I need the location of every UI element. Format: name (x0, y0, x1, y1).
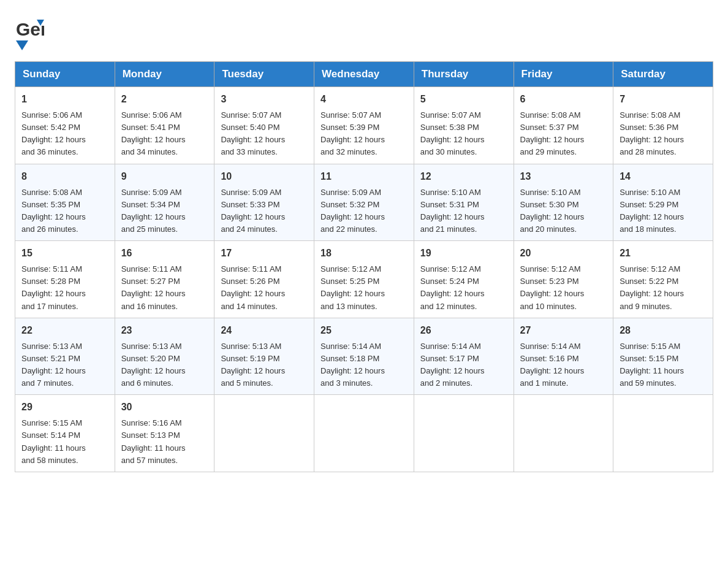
table-row: 18 Sunrise: 5:12 AM Sunset: 5:25 PM Dayl… (314, 241, 414, 318)
day-number: 2 (121, 92, 208, 107)
table-row: 10 Sunrise: 5:09 AM Sunset: 5:33 PM Dayl… (214, 164, 314, 241)
day-info: Sunrise: 5:15 AM Sunset: 5:15 PM Dayligh… (620, 340, 707, 390)
day-info: Sunrise: 5:08 AM Sunset: 5:35 PM Dayligh… (21, 186, 108, 236)
day-number: 29 (21, 400, 108, 415)
table-row: 14 Sunrise: 5:10 AM Sunset: 5:29 PM Dayl… (613, 164, 713, 241)
day-number: 16 (121, 246, 208, 261)
table-row: 21 Sunrise: 5:12 AM Sunset: 5:22 PM Dayl… (613, 241, 713, 318)
day-info: Sunrise: 5:08 AM Sunset: 5:37 PM Dayligh… (520, 109, 607, 159)
day-info: Sunrise: 5:11 AM Sunset: 5:28 PM Dayligh… (21, 263, 108, 313)
day-info: Sunrise: 5:16 AM Sunset: 5:13 PM Dayligh… (121, 417, 208, 467)
table-row: 9 Sunrise: 5:09 AM Sunset: 5:34 PM Dayli… (115, 164, 214, 241)
table-row: 23 Sunrise: 5:13 AM Sunset: 5:20 PM Dayl… (115, 318, 214, 395)
day-number: 26 (420, 323, 507, 338)
day-number: 6 (520, 92, 607, 107)
table-row: 5 Sunrise: 5:07 AM Sunset: 5:38 PM Dayli… (414, 87, 514, 164)
col-wednesday: Wednesday (314, 62, 414, 87)
day-info: Sunrise: 5:07 AM Sunset: 5:40 PM Dayligh… (221, 109, 308, 159)
day-info: Sunrise: 5:11 AM Sunset: 5:26 PM Dayligh… (221, 263, 308, 313)
col-sunday: Sunday (15, 62, 115, 87)
day-info: Sunrise: 5:07 AM Sunset: 5:38 PM Dayligh… (420, 109, 507, 159)
day-number: 19 (420, 246, 507, 261)
table-row: 3 Sunrise: 5:07 AM Sunset: 5:40 PM Dayli… (214, 87, 314, 164)
table-row: 19 Sunrise: 5:12 AM Sunset: 5:24 PM Dayl… (414, 241, 514, 318)
day-info: Sunrise: 5:08 AM Sunset: 5:36 PM Dayligh… (620, 109, 707, 159)
day-number: 30 (121, 400, 208, 415)
day-number: 10 (221, 169, 308, 184)
table-row: 24 Sunrise: 5:13 AM Sunset: 5:19 PM Dayl… (214, 318, 314, 395)
table-row: 2 Sunrise: 5:06 AM Sunset: 5:41 PM Dayli… (115, 87, 214, 164)
day-number: 15 (21, 246, 108, 261)
table-row: 27 Sunrise: 5:14 AM Sunset: 5:16 PM Dayl… (514, 318, 613, 395)
col-friday: Friday (514, 62, 613, 87)
day-number: 4 (320, 92, 408, 107)
table-row: 26 Sunrise: 5:14 AM Sunset: 5:17 PM Dayl… (414, 318, 514, 395)
table-row: 13 Sunrise: 5:10 AM Sunset: 5:30 PM Dayl… (514, 164, 613, 241)
day-info: Sunrise: 5:14 AM Sunset: 5:18 PM Dayligh… (320, 340, 408, 390)
day-number: 13 (520, 169, 607, 184)
day-number: 5 (420, 92, 507, 107)
day-number: 21 (620, 246, 707, 261)
col-monday: Monday (115, 62, 214, 87)
day-info: Sunrise: 5:12 AM Sunset: 5:22 PM Dayligh… (620, 263, 707, 313)
calendar-table: Sunday Monday Tuesday Wednesday Thursday… (15, 61, 713, 472)
day-info: Sunrise: 5:12 AM Sunset: 5:25 PM Dayligh… (320, 263, 408, 313)
day-info: Sunrise: 5:14 AM Sunset: 5:16 PM Dayligh… (520, 340, 607, 390)
day-number: 27 (520, 323, 607, 338)
day-number: 25 (320, 323, 408, 338)
day-info: Sunrise: 5:14 AM Sunset: 5:17 PM Dayligh… (420, 340, 507, 390)
day-number: 20 (520, 246, 607, 261)
day-info: Sunrise: 5:06 AM Sunset: 5:41 PM Dayligh… (121, 109, 208, 159)
table-row: 11 Sunrise: 5:09 AM Sunset: 5:32 PM Dayl… (314, 164, 414, 241)
table-row (214, 395, 314, 472)
day-number: 14 (620, 169, 707, 184)
table-row: 4 Sunrise: 5:07 AM Sunset: 5:39 PM Dayli… (314, 87, 414, 164)
table-row: 30 Sunrise: 5:16 AM Sunset: 5:13 PM Dayl… (115, 395, 214, 472)
day-info: Sunrise: 5:09 AM Sunset: 5:33 PM Dayligh… (221, 186, 308, 236)
calendar-week-row: 22 Sunrise: 5:13 AM Sunset: 5:21 PM Dayl… (15, 318, 713, 395)
day-number: 12 (420, 169, 507, 184)
table-row: 12 Sunrise: 5:10 AM Sunset: 5:31 PM Dayl… (414, 164, 514, 241)
table-row (314, 395, 414, 472)
day-number: 17 (221, 246, 308, 261)
day-number: 24 (221, 323, 308, 338)
day-info: Sunrise: 5:10 AM Sunset: 5:29 PM Dayligh… (620, 186, 707, 236)
calendar-week-row: 1 Sunrise: 5:06 AM Sunset: 5:42 PM Dayli… (15, 87, 713, 164)
table-row: 1 Sunrise: 5:06 AM Sunset: 5:42 PM Dayli… (15, 87, 115, 164)
table-row: 15 Sunrise: 5:11 AM Sunset: 5:28 PM Dayl… (15, 241, 115, 318)
day-info: Sunrise: 5:09 AM Sunset: 5:34 PM Dayligh… (121, 186, 208, 236)
day-info: Sunrise: 5:06 AM Sunset: 5:42 PM Dayligh… (21, 109, 108, 159)
day-info: Sunrise: 5:13 AM Sunset: 5:20 PM Dayligh… (121, 340, 208, 390)
table-row: 8 Sunrise: 5:08 AM Sunset: 5:35 PM Dayli… (15, 164, 115, 241)
day-number: 22 (21, 323, 108, 338)
day-number: 23 (121, 323, 208, 338)
table-row: 6 Sunrise: 5:08 AM Sunset: 5:37 PM Dayli… (514, 87, 613, 164)
table-row: 7 Sunrise: 5:08 AM Sunset: 5:36 PM Dayli… (613, 87, 713, 164)
col-saturday: Saturday (613, 62, 713, 87)
table-row (514, 395, 613, 472)
day-number: 28 (620, 323, 707, 338)
day-info: Sunrise: 5:10 AM Sunset: 5:31 PM Dayligh… (420, 186, 507, 236)
day-info: Sunrise: 5:10 AM Sunset: 5:30 PM Dayligh… (520, 186, 607, 236)
col-tuesday: Tuesday (214, 62, 314, 87)
day-info: Sunrise: 5:11 AM Sunset: 5:27 PM Dayligh… (121, 263, 208, 313)
calendar-header-row: Sunday Monday Tuesday Wednesday Thursday… (15, 62, 713, 87)
logo-triangle-icon (16, 40, 28, 54)
svg-marker-2 (16, 40, 28, 50)
day-info: Sunrise: 5:13 AM Sunset: 5:21 PM Dayligh… (21, 340, 108, 390)
table-row (613, 395, 713, 472)
day-info: Sunrise: 5:12 AM Sunset: 5:23 PM Dayligh… (520, 263, 607, 313)
table-row: 29 Sunrise: 5:15 AM Sunset: 5:14 PM Dayl… (15, 395, 115, 472)
day-number: 9 (121, 169, 208, 184)
table-row: 25 Sunrise: 5:14 AM Sunset: 5:18 PM Dayl… (314, 318, 414, 395)
day-info: Sunrise: 5:07 AM Sunset: 5:39 PM Dayligh… (320, 109, 408, 159)
day-number: 11 (320, 169, 408, 184)
page-header: General (15, 15, 713, 49)
day-number: 1 (21, 92, 108, 107)
calendar-week-row: 29 Sunrise: 5:15 AM Sunset: 5:14 PM Dayl… (15, 395, 713, 472)
day-info: Sunrise: 5:09 AM Sunset: 5:32 PM Dayligh… (320, 186, 408, 236)
table-row: 20 Sunrise: 5:12 AM Sunset: 5:23 PM Dayl… (514, 241, 613, 318)
table-row: 16 Sunrise: 5:11 AM Sunset: 5:27 PM Dayl… (115, 241, 214, 318)
table-row: 17 Sunrise: 5:11 AM Sunset: 5:26 PM Dayl… (214, 241, 314, 318)
day-info: Sunrise: 5:15 AM Sunset: 5:14 PM Dayligh… (21, 417, 108, 467)
